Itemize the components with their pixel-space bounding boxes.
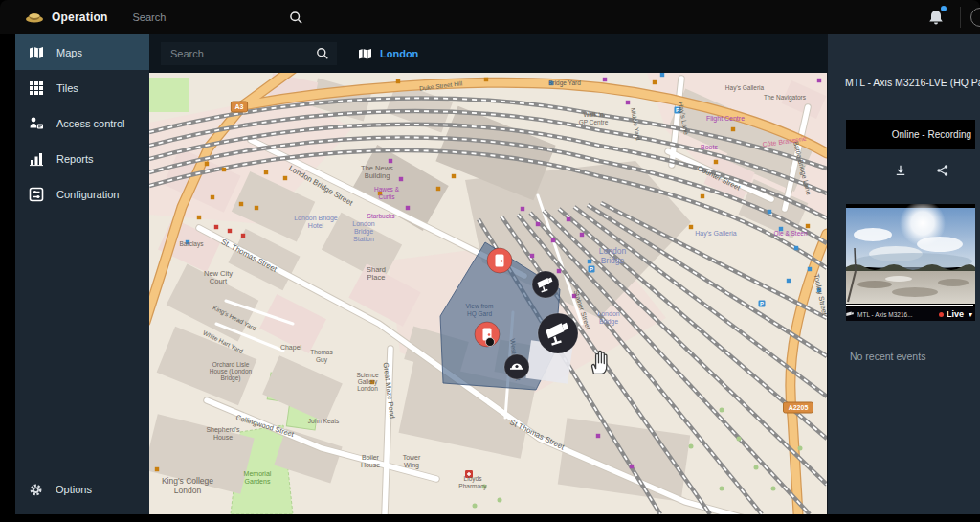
- map-label: LondonBridge: [599, 246, 627, 265]
- map-label: Hay's Galleria: [725, 84, 765, 92]
- app-logo-icon: [25, 11, 44, 24]
- camera-snapshot: [846, 204, 975, 304]
- map-poi-icon: [484, 78, 488, 81]
- tab-london[interactable]: London: [358, 48, 418, 60]
- map-poi-icon: [806, 224, 810, 228]
- sidebar-item-tiles[interactable]: Tiles: [15, 70, 149, 105]
- map-label: Hay's Galleria: [695, 230, 736, 238]
- camera-title-row[interactable]: MTL - Axis M3216-LVE (HQ Park: [839, 77, 980, 88]
- sidebar-item-configuration[interactable]: Configuration: [15, 176, 149, 212]
- map-label: The NewsBuilding: [361, 164, 393, 180]
- main-body: Maps Tiles: [0, 34, 980, 514]
- map-poi-icon: [768, 210, 771, 214]
- user-avatar[interactable]: [970, 8, 980, 27]
- map-poi-icon: [205, 162, 209, 166]
- map-label: ScienceGalleryLondon: [356, 372, 379, 393]
- sidebar-item-reports[interactable]: Reports: [15, 141, 149, 176]
- map-poi-icon: [222, 168, 226, 171]
- video-status-bar[interactable]: Online - Recording: [846, 120, 975, 149]
- search-icon[interactable]: [289, 11, 303, 25]
- options-button[interactable]: Options: [15, 474, 149, 505]
- map-label: MemorialGardens: [244, 470, 272, 485]
- topbar-divider: [960, 7, 961, 28]
- map-poi-icon: [389, 159, 392, 163]
- timeline-progress[interactable]: [846, 305, 973, 306]
- camera-status: Online - Recording: [892, 129, 975, 140]
- sidebar-item-label: Configuration: [56, 189, 119, 200]
- map-poi-icon: [436, 187, 440, 191]
- map-label: Starbucks: [368, 213, 396, 219]
- bottom-letterbox: [0, 514, 980, 522]
- access-door-marker[interactable]: [487, 248, 512, 273]
- app-title: Operation: [52, 11, 107, 24]
- sidebar-item-label: Maps: [56, 47, 82, 58]
- more-actions-icon[interactable]: [976, 163, 980, 178]
- map-poi-icon: [787, 279, 791, 283]
- options-label: Options: [56, 484, 92, 495]
- sidebar-item-access-control[interactable]: Access control: [15, 105, 149, 141]
- map-poi-icon: [596, 434, 600, 438]
- global-search-input[interactable]: [130, 11, 278, 24]
- map-poi-icon: [536, 222, 540, 226]
- sidebar-item-maps[interactable]: Maps: [15, 34, 149, 70]
- map-poi-icon: [580, 233, 584, 237]
- map-label: The Navigators: [764, 94, 807, 102]
- map-poi-icon: [155, 467, 159, 471]
- cctv-camera-marker[interactable]: [538, 313, 578, 353]
- topbar-right-controls: [925, 0, 980, 34]
- map-search-input[interactable]: [168, 47, 316, 60]
- live-label: Live: [947, 309, 964, 319]
- map-column: London: [149, 34, 827, 514]
- map-poi-icon: [241, 234, 245, 238]
- top-bar: Operation: [0, 0, 980, 34]
- search-icon[interactable]: [316, 47, 329, 60]
- map-label: BoilerHouse: [361, 454, 380, 468]
- notifications-button[interactable]: [925, 7, 947, 28]
- map-label: TowerWing: [403, 454, 421, 469]
- map-poi-icon: [214, 225, 218, 229]
- live-selector[interactable]: Live ▾: [939, 309, 972, 319]
- map-poi-icon: [211, 195, 214, 199]
- map-viewport[interactable]: PPP London Bridge StreetSt. Thomas Stree…: [149, 73, 827, 514]
- parking-poi-letter: P: [590, 266, 593, 272]
- no-events-message: No recent events: [850, 351, 925, 362]
- map-canvas[interactable]: PPP London Bridge StreetSt. Thomas Stree…: [149, 73, 827, 514]
- chevron-down-icon[interactable]: ▾: [969, 310, 972, 319]
- map-poi-icon: [588, 260, 591, 263]
- device-dot-marker[interactable]: [486, 338, 495, 347]
- map-poi-icon: [630, 465, 634, 468]
- map-poi-icon: [255, 206, 258, 210]
- parking-poi-letter: P: [760, 301, 764, 306]
- sidebar-item-label: Access control: [56, 118, 125, 129]
- map-poi-icon: [406, 206, 410, 210]
- map-poi-icon: [626, 101, 630, 104]
- map-search-field[interactable]: [161, 42, 337, 65]
- map-label: LondonBridge: [597, 310, 619, 326]
- maps-icon: [29, 45, 44, 60]
- app-window: Operation: [0, 0, 980, 522]
- map-poi-icon: [396, 79, 400, 83]
- map-tab-icon: [358, 48, 372, 60]
- live-indicator-dot: [939, 312, 944, 317]
- share-icon[interactable]: [936, 163, 949, 178]
- map-poi-icon: [521, 207, 524, 211]
- map-poi-icon: [239, 202, 243, 206]
- cctv-camera-marker[interactable]: [532, 271, 559, 298]
- download-icon[interactable]: [894, 163, 907, 178]
- map-label: Boots: [701, 144, 718, 150]
- thumbnail-camera-label: MTL - Axis M3216...: [858, 311, 913, 318]
- sidebar-item-label: Tiles: [56, 82, 78, 94]
- map-poi-icon: [701, 194, 704, 198]
- map-poi-icon: [228, 229, 232, 233]
- map-poi-icon: [808, 267, 812, 271]
- map-poi-icon: [264, 170, 268, 174]
- map-label: ShardPlace: [367, 265, 386, 282]
- map-poi-icon: [660, 73, 664, 77]
- map-label: Bridge Yard: [548, 79, 581, 87]
- camera-live-thumbnail[interactable]: MTL - Axis M3216... Live ▾: [846, 204, 975, 321]
- map-poi-icon: [399, 177, 403, 181]
- sidebar: Maps Tiles: [15, 34, 149, 514]
- gear-icon: [29, 483, 43, 497]
- dome-camera-marker[interactable]: [504, 354, 529, 379]
- sidebar-item-label: Reports: [56, 153, 94, 165]
